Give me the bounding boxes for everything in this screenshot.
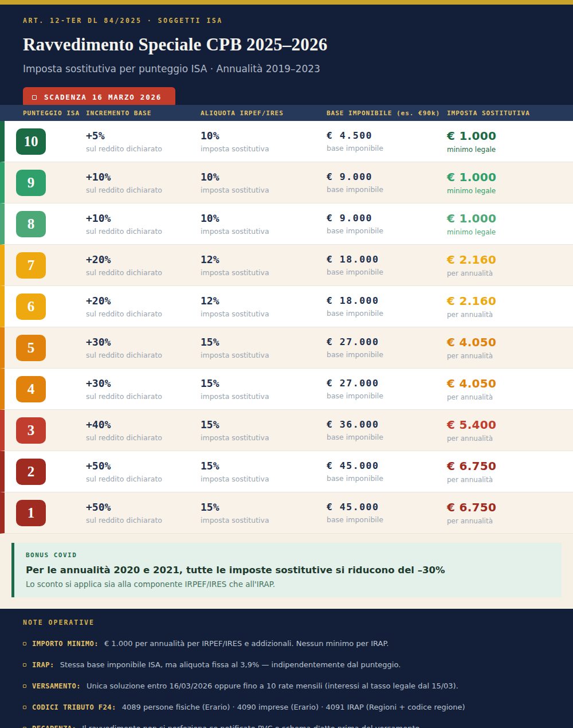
score-cell: 5 [5,335,86,361]
tax-cell: € 1.000 minimo legale [447,129,573,154]
tax-sub: per annualità [447,517,573,525]
increment-sub: sul reddito dichiarato [86,516,201,525]
rate-sub: imposta sostitutiva [201,268,327,277]
base-value: € 27.000 [327,378,447,389]
page-subtitle: Imposta sostitutiva per punteggio ISA · … [23,63,550,75]
rate-cell: 15% imposta sostitutiva [201,501,327,525]
tax-value: € 1.000 [447,212,573,225]
tax-cell: € 6.750 per annualità [447,500,573,525]
increment-cell: +30% sul reddito dichiarato [86,377,201,401]
rate-sub: imposta sostitutiva [201,227,327,236]
tax-cell: € 2.160 per annualità [447,294,573,319]
increment-sub: sul reddito dichiarato [86,268,201,277]
rate-cell: 15% imposta sostitutiva [201,336,327,359]
table-row: 2 +50% sul reddito dichiarato 15% impost… [0,451,573,492]
rate-cell: 15% imposta sostitutiva [201,460,327,483]
tax-sub: per annualità [447,269,573,277]
tax-sub: minimo legale [447,228,573,236]
increment-sub: sul reddito dichiarato [86,475,201,483]
tax-sub: per annualità [447,352,573,360]
increment-sub: sul reddito dichiarato [86,186,201,194]
isa-score-badge: 9 [16,170,46,196]
rate-sub: imposta sostitutiva [201,433,327,442]
rate-sub: imposta sostitutiva [201,475,327,483]
increment-cell: +50% sul reddito dichiarato [86,501,201,525]
note-label: CODICI TRIBUTO F24: [32,703,116,711]
rate-value: 12% [201,295,327,307]
col-header-base: BASE IMPONIBILE (es. €90k) [327,109,447,117]
note-text: Stessa base imponibile ISA, ma aliquota … [60,660,401,669]
bonus-body: Lo sconto si applica sia alla componente… [26,580,562,589]
base-sub: base imponibile [327,474,447,483]
isa-table-body: 10 +5% sul reddito dichiarato 10% impost… [0,121,573,534]
base-cell: € 18.000 base imponibile [327,295,447,318]
rate-cell: 10% imposta sostitutiva [201,171,327,194]
note-label: IRAP: [32,661,54,669]
increment-value: +50% [86,501,201,513]
base-value: € 45.000 [327,502,447,512]
rate-cell: 10% imposta sostitutiva [201,212,327,236]
table-row: 1 +50% sul reddito dichiarato 15% impost… [0,492,573,534]
rate-sub: imposta sostitutiva [201,392,327,401]
note-item: IRAP: Stessa base imponibile ISA, ma ali… [23,660,550,669]
base-value: € 9.000 [327,171,447,182]
increment-cell: +40% sul reddito dichiarato [86,418,201,442]
tax-cell: € 6.750 per annualità [447,459,573,484]
square-bullet-icon [23,642,26,645]
base-sub: base imponibile [327,433,447,441]
table-row: 8 +10% sul reddito dichiarato 10% impost… [0,203,573,245]
col-header-incremento: INCREMENTO BASE [86,109,201,117]
increment-cell: +10% sul reddito dichiarato [86,171,201,194]
base-cell: € 4.500 base imponibile [327,130,447,152]
score-cell: 3 [5,417,86,444]
table-row: 9 +10% sul reddito dichiarato 10% impost… [0,162,573,203]
tax-value: € 1.000 [447,129,573,143]
tax-value: € 2.160 [447,294,573,308]
header-eyebrow: ART. 12-TER DL 84/2025 · SOGGETTI ISA [23,17,550,25]
notes-list: IMPORTO MINIMO: € 1.000 per annualità pe… [23,639,550,728]
base-value: € 4.500 [327,130,447,141]
square-bullet-icon [23,663,26,667]
page: ART. 12-TER DL 84/2025 · SOGGETTI ISA Ra… [0,0,573,728]
page-header: ART. 12-TER DL 84/2025 · SOGGETTI ISA Ra… [0,5,573,105]
increment-value: +50% [86,460,201,472]
rate-cell: 12% imposta sostitutiva [201,253,327,277]
base-value: € 36.000 [327,419,447,430]
notes-footer: NOTE OPERATIVE IMPORTO MINIMO: € 1.000 p… [0,609,573,728]
score-cell: 4 [5,376,86,402]
tax-sub: per annualità [447,311,573,319]
base-value: € 18.000 [327,295,447,306]
isa-score-badge: 8 [16,211,46,237]
bonus-kicker: BONUS COVID [26,551,562,559]
note-item: VERSAMENTO: Unica soluzione entro 16/03/… [23,682,550,690]
tax-cell: € 1.000 minimo legale [447,212,573,236]
note-item: CODICI TRIBUTO F24: 4089 persone fisiche… [23,703,550,711]
table-row: 10 +5% sul reddito dichiarato 10% impost… [0,121,573,162]
rate-sub: imposta sostitutiva [201,351,327,359]
square-bullet-icon [23,706,26,709]
increment-value: +20% [86,295,201,307]
tax-value: € 5.400 [447,418,573,432]
tax-value: € 4.050 [447,335,573,349]
table-header-row: PUNTEGGIO ISA INCREMENTO BASE ALIQUOTA I… [0,105,573,121]
note-label: DECADENZA: [32,725,76,728]
base-cell: € 45.000 base imponibile [327,460,447,483]
note-label: VERSAMENTO: [32,682,81,690]
tax-cell: € 4.050 per annualità [447,335,573,360]
base-sub: base imponibile [327,226,447,235]
tax-cell: € 2.160 per annualità [447,253,573,277]
rate-value: 15% [201,377,327,389]
rate-cell: 15% imposta sostitutiva [201,377,327,401]
score-cell: 8 [5,211,86,237]
notes-title: NOTE OPERATIVE [23,619,550,627]
increment-value: +10% [86,171,201,183]
base-sub: base imponibile [327,515,447,524]
tax-value: € 1.000 [447,170,573,184]
bonus-headline: Per le annualità 2020 e 2021, tutte le i… [26,565,562,576]
base-value: € 9.000 [327,213,447,224]
col-header-imposta: IMPOSTA SOSTITUTIVA [447,109,573,117]
increment-sub: sul reddito dichiarato [86,227,201,236]
note-label: IMPORTO MINIMO: [32,640,99,648]
note-text: Il ravvedimento non si perfeziona se not… [82,724,422,728]
tax-sub: per annualità [447,435,573,443]
